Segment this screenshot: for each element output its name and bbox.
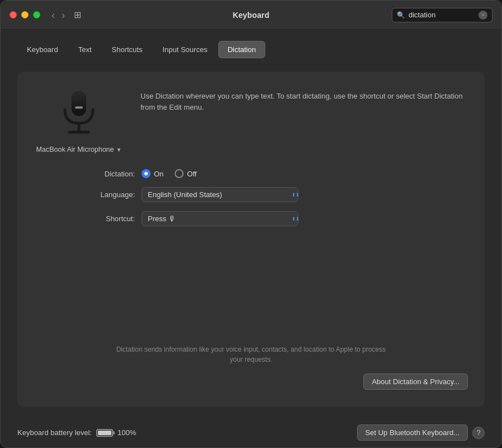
- dictation-off-radio[interactable]: [175, 169, 184, 178]
- shortcut-select-wrapper: Press 🎙 Press Fn (Function) Key Twice Pr…: [142, 211, 304, 226]
- dictation-description: Use Dictation wherever you can type text…: [140, 88, 468, 113]
- mic-label[interactable]: MacBook Air Microphone ▼: [36, 146, 122, 153]
- battery-label: Keyboard battery level:: [17, 428, 92, 437]
- footer-buttons: Set Up Bluetooth Keyboard... ?: [357, 424, 485, 441]
- dictation-on-radio-inner: [144, 172, 148, 175]
- window-title: Keyboard: [233, 11, 270, 20]
- keyboard-window: ‹ › ⊞ Keyboard 🔍 ✕ Keyboard Text Shortcu…: [0, 0, 502, 448]
- language-select[interactable]: English (United States) English (United …: [142, 187, 298, 202]
- tab-shortcuts[interactable]: Shortcuts: [102, 41, 152, 58]
- search-clear-button[interactable]: ✕: [478, 11, 487, 20]
- dictation-off-label: Off: [187, 170, 196, 178]
- footer: Keyboard battery level: 100% Set Up Blue…: [1, 418, 501, 447]
- tab-dictation[interactable]: Dictation: [218, 41, 266, 58]
- grid-button[interactable]: ⊞: [72, 8, 83, 21]
- search-box: 🔍 ✕: [392, 8, 492, 22]
- minimize-button[interactable]: [21, 11, 29, 18]
- battery-body: [96, 429, 113, 437]
- traffic-lights: [10, 11, 40, 18]
- shortcut-select[interactable]: Press 🎙 Press Fn (Function) Key Twice Pr…: [142, 211, 298, 226]
- tab-keyboard[interactable]: Keyboard: [17, 41, 68, 58]
- about-dictation-button[interactable]: About Dictation & Privacy...: [363, 374, 468, 390]
- battery-icon: [96, 429, 113, 437]
- close-button[interactable]: [10, 11, 17, 18]
- search-input[interactable]: [409, 11, 475, 19]
- mic-chevron-icon: ▼: [116, 147, 122, 153]
- content-area: Keyboard Text Shortcuts Input Sources Di…: [1, 30, 501, 418]
- help-button[interactable]: ?: [472, 427, 485, 439]
- language-select-wrapper: English (United States) English (United …: [142, 187, 304, 202]
- about-btn-row: About Dictation & Privacy...: [34, 374, 468, 390]
- battery-info: Keyboard battery level: 100%: [17, 428, 136, 437]
- svg-rect-1: [72, 91, 86, 116]
- titlebar: ‹ › ⊞ Keyboard 🔍 ✕: [1, 1, 501, 30]
- tab-input-sources[interactable]: Input Sources: [153, 41, 217, 58]
- dictation-label: Dictation:: [79, 170, 135, 178]
- dictation-on-radio[interactable]: [142, 169, 151, 178]
- search-icon: 🔍: [397, 11, 405, 19]
- language-label: Language:: [79, 190, 135, 199]
- tab-bar: Keyboard Text Shortcuts Input Sources Di…: [17, 41, 485, 58]
- shortcut-label: Shortcut:: [79, 214, 135, 223]
- battery-percent: 100%: [118, 428, 136, 437]
- dictation-radio-group: On Off: [142, 169, 196, 178]
- setup-bluetooth-button[interactable]: Set Up Bluetooth Keyboard...: [357, 424, 468, 441]
- maximize-button[interactable]: [33, 11, 40, 18]
- dictation-on-label: On: [154, 170, 163, 178]
- language-control-row: Language: English (United States) Englis…: [79, 187, 468, 202]
- main-panel: MacBook Air Microphone ▼ Use Dictation w…: [17, 72, 485, 407]
- panel-top: MacBook Air Microphone ▼ Use Dictation w…: [34, 88, 468, 153]
- controls-area: Dictation: On Off: [34, 169, 468, 226]
- dictation-on-option[interactable]: On: [142, 169, 163, 178]
- forward-button[interactable]: ›: [59, 9, 67, 21]
- mic-label-text: MacBook Air Microphone: [36, 146, 114, 153]
- back-button[interactable]: ‹: [49, 9, 57, 21]
- microphone-area: MacBook Air Microphone ▼: [34, 88, 124, 153]
- svg-rect-4: [75, 106, 83, 109]
- shortcut-control-row: Shortcut: Press 🎙 Press Fn (Function) Ke…: [79, 211, 468, 226]
- nav-buttons: ‹ ›: [49, 9, 67, 21]
- privacy-note: Dictation sends information like your vo…: [111, 328, 391, 365]
- dictation-control-row: Dictation: On Off: [79, 169, 468, 178]
- microphone-icon: [54, 88, 104, 139]
- dictation-off-option[interactable]: Off: [175, 169, 196, 178]
- battery-fill: [98, 431, 111, 435]
- tab-text[interactable]: Text: [69, 41, 101, 58]
